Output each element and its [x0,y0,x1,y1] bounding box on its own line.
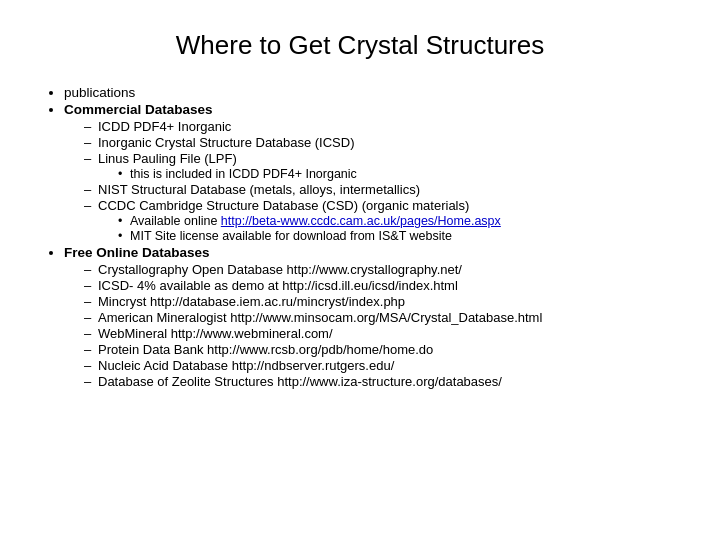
page-title: Where to Get Crystal Structures [40,30,680,61]
ccdc-link-item: Available online http://beta-www.ccdc.ca… [116,214,680,228]
ccdc-item: CCDC Cambridge Structure Database (CSD) … [84,198,680,243]
american-mineralogist-item: American Mineralogist http://www.minsoca… [84,310,680,325]
icsd-item: Inorganic Crystal Structure Database (IC… [84,135,680,150]
lpf-sub-list: this is included in ICDD PDF4+ Inorganic [98,167,680,181]
commercial-databases-item: Commercial Databases ICDD PDF4+ Inorgani… [64,102,680,243]
ccdc-link[interactable]: http://beta-www.ccdc.cam.ac.uk/pages/Hom… [221,214,501,228]
nucleic-acid-item: Nucleic Acid Database http://ndbserver.r… [84,358,680,373]
zeolite-item: Database of Zeolite Structures http://ww… [84,374,680,389]
free-online-sub-list: Crystallography Open Database http://www… [64,262,680,389]
crystallography-item: Crystallography Open Database http://www… [84,262,680,277]
lpf-note: this is included in ICDD PDF4+ Inorganic [116,167,680,181]
webmineral-item: WebMineral http://www.webmineral.com/ [84,326,680,341]
ccdc-mit-item: MIT Site license available for download … [116,229,680,243]
top-level-list: publications Commercial Databases ICDD P… [40,85,680,389]
icdd-item: ICDD PDF4+ Inorganic [84,119,680,134]
lpf-item: Linus Pauling File (LPF) this is include… [84,151,680,181]
free-online-header: Free Online Databases [64,245,210,260]
ccdc-sub-list: Available online http://beta-www.ccdc.ca… [98,214,680,243]
commercial-sub-list: ICDD PDF4+ Inorganic Inorganic Crystal S… [64,119,680,243]
protein-data-bank-item: Protein Data Bank http://www.rcsb.org/pd… [84,342,680,357]
publications-item: publications [64,85,680,100]
free-online-item: Free Online Databases Crystallography Op… [64,245,680,389]
mincryst-item: Mincryst http://database.iem.ac.ru/mincr… [84,294,680,309]
icsd-free-item: ICSD- 4% available as demo at http://ics… [84,278,680,293]
nist-item: NIST Structural Database (metals, alloys… [84,182,680,197]
